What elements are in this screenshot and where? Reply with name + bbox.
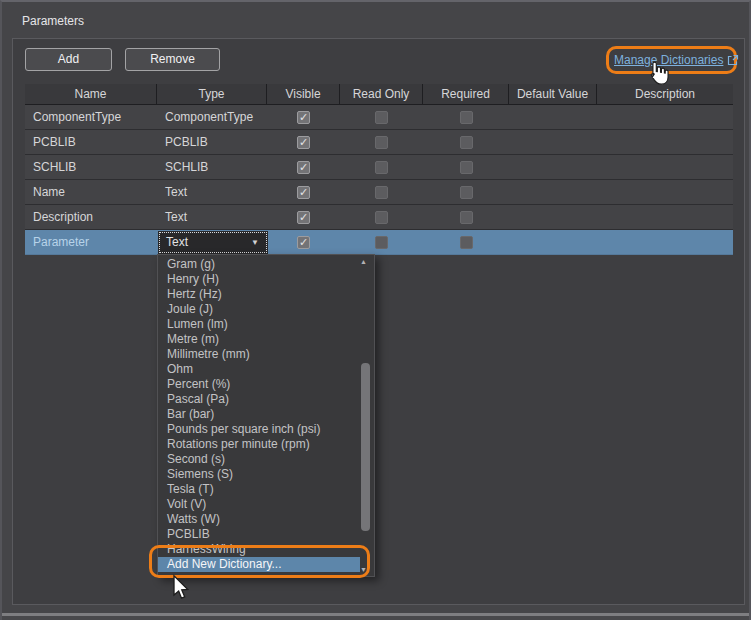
remove-button[interactable]: Remove: [125, 48, 220, 71]
visible-checkbox[interactable]: [297, 161, 310, 174]
dropdown-item[interactable]: Siemens (S): [158, 467, 356, 482]
manage-dictionaries-label: Manage Dictionaries: [614, 53, 723, 67]
required-checkbox[interactable]: [460, 111, 473, 124]
chevron-down-icon[interactable]: ▼: [251, 231, 259, 254]
readonly-checkbox[interactable]: [375, 186, 388, 199]
visible-checkbox[interactable]: [297, 211, 310, 224]
table-header: Name Type Visible Read Only Required Def…: [25, 84, 733, 105]
dropdown-item[interactable]: Add New Dictionary...: [158, 557, 360, 572]
table-row[interactable]: Description Text: [25, 205, 733, 230]
readonly-checkbox[interactable]: [375, 161, 388, 174]
dropdown-item[interactable]: Volt (V): [158, 497, 356, 512]
visible-checkbox[interactable]: [297, 186, 310, 199]
parameters-panel: Parameters Add Remove Manage Dictionarie…: [0, 0, 751, 620]
required-checkbox[interactable]: [460, 211, 473, 224]
dropdown-item[interactable]: HarnessWiring: [158, 542, 356, 557]
table-row[interactable]: ComponentType ComponentType: [25, 105, 733, 130]
dropdown-item[interactable]: Metre (m): [158, 332, 356, 347]
param-name: Parameter: [25, 230, 157, 254]
param-name: Name: [25, 180, 157, 204]
param-type: PCBLIB: [157, 130, 267, 154]
column-header-readonly[interactable]: Read Only: [340, 84, 423, 104]
param-type: Text: [157, 205, 267, 229]
readonly-checkbox[interactable]: [375, 236, 388, 249]
param-name: Description: [25, 205, 157, 229]
manage-dictionaries-link[interactable]: Manage Dictionaries: [614, 53, 739, 67]
table-row-selected[interactable]: Parameter Text ▼: [25, 230, 733, 255]
readonly-checkbox[interactable]: [375, 136, 388, 149]
required-checkbox[interactable]: [460, 236, 473, 249]
dropdown-item[interactable]: Pascal (Pa): [158, 392, 356, 407]
dropdown-item[interactable]: Pounds per square inch (psi): [158, 422, 356, 437]
param-name: PCBLIB: [25, 130, 157, 154]
column-header-description[interactable]: Description: [597, 84, 733, 104]
type-dropdown-list: Gram (g)Henry (H)Hertz (Hz)Joule (J)Lume…: [157, 254, 375, 577]
column-header-required[interactable]: Required: [423, 84, 509, 104]
param-type: SCHLIB: [157, 155, 267, 179]
visible-checkbox[interactable]: [297, 236, 310, 249]
required-checkbox[interactable]: [460, 136, 473, 149]
panel-title: Parameters: [22, 14, 84, 28]
dropdown-items: Gram (g)Henry (H)Hertz (Hz)Joule (J)Lume…: [158, 257, 356, 572]
required-checkbox[interactable]: [460, 161, 473, 174]
dropdown-item[interactable]: Second (s): [158, 452, 356, 467]
dropdown-item[interactable]: PCBLIB: [158, 527, 356, 542]
scroll-up-icon[interactable]: ▲: [360, 258, 367, 265]
dropdown-item[interactable]: Rotations per minute (rpm): [158, 437, 356, 452]
dropdown-item[interactable]: Ohm: [158, 362, 356, 377]
dropdown-item[interactable]: Joule (J): [158, 302, 356, 317]
table-row[interactable]: SCHLIB SCHLIB: [25, 155, 733, 180]
type-combobox[interactable]: Text ▼: [158, 231, 268, 254]
external-link-icon: [727, 54, 739, 66]
param-type: Text: [157, 180, 267, 204]
readonly-checkbox[interactable]: [375, 111, 388, 124]
column-header-visible[interactable]: Visible: [267, 84, 340, 104]
column-header-default-value[interactable]: Default Value: [509, 84, 597, 104]
dropdown-scrollbar[interactable]: ▲ ▼: [357, 255, 374, 576]
dropdown-item[interactable]: Millimetre (mm): [158, 347, 356, 362]
dropdown-item[interactable]: Watts (W): [158, 512, 356, 527]
readonly-checkbox[interactable]: [375, 211, 388, 224]
dropdown-item[interactable]: Gram (g): [158, 257, 356, 272]
dropdown-item[interactable]: Tesla (T): [158, 482, 356, 497]
required-checkbox[interactable]: [460, 186, 473, 199]
dropdown-item[interactable]: Bar (bar): [158, 407, 356, 422]
dropdown-item[interactable]: Hertz (Hz): [158, 287, 356, 302]
scroll-down-icon[interactable]: ▼: [360, 566, 367, 573]
dropdown-item[interactable]: Lumen (lm): [158, 317, 356, 332]
param-type: ComponentType: [157, 105, 267, 129]
dropdown-item[interactable]: Henry (H): [158, 272, 356, 287]
visible-checkbox[interactable]: [297, 111, 310, 124]
column-header-name[interactable]: Name: [25, 84, 157, 104]
table-row[interactable]: PCBLIB PCBLIB: [25, 130, 733, 155]
param-name: SCHLIB: [25, 155, 157, 179]
dropdown-item[interactable]: Percent (%): [158, 377, 356, 392]
visible-checkbox[interactable]: [297, 136, 310, 149]
add-button[interactable]: Add: [25, 48, 112, 71]
type-combobox-value: Text: [166, 235, 188, 249]
column-header-type[interactable]: Type: [157, 84, 267, 104]
param-name: ComponentType: [25, 105, 157, 129]
area-below-dialog: [2, 616, 751, 620]
table-row[interactable]: Name Text: [25, 180, 733, 205]
scrollbar-thumb[interactable]: [361, 363, 370, 531]
